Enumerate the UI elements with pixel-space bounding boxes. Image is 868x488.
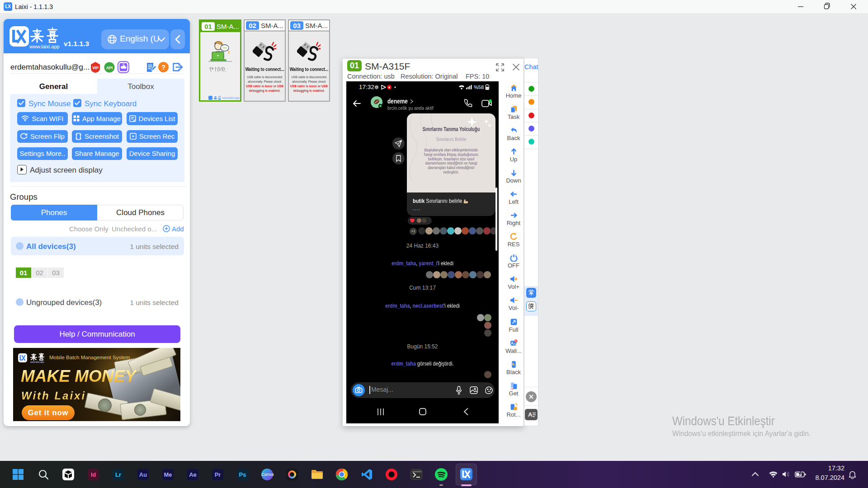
svg-text:A: A bbox=[528, 411, 533, 418]
svg-text:API: API bbox=[106, 66, 113, 70]
svg-text:%58: %58 bbox=[474, 84, 484, 90]
svg-text:?: ? bbox=[161, 63, 165, 71]
svg-text:99: 99 bbox=[514, 340, 517, 342]
svg-text:VIP: VIP bbox=[92, 66, 99, 70]
